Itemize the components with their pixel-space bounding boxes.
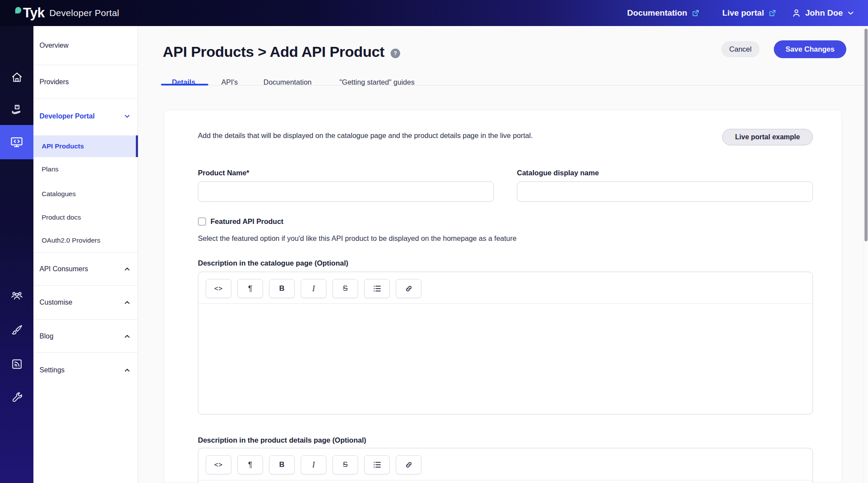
live-portal-link-label: Live portal bbox=[722, 8, 764, 18]
featured-help-text: Select the featured option if you'd like… bbox=[198, 234, 516, 243]
italic-button[interactable]: I bbox=[301, 455, 326, 474]
live-portal-example-button[interactable]: Live portal example bbox=[722, 129, 813, 145]
rail-blog-icon[interactable] bbox=[7, 354, 26, 374]
paragraph-button[interactable]: ¶ bbox=[237, 455, 263, 474]
chevron-up-icon bbox=[123, 299, 131, 306]
sidebar-item-label: Catalogues bbox=[42, 190, 76, 198]
cancel-button[interactable]: Cancel bbox=[721, 41, 760, 57]
sidebar-item-label: Blog bbox=[39, 332, 53, 340]
description-details-label: Description in the product details page … bbox=[198, 436, 366, 444]
details-description-editor: <> ¶ B I S bbox=[198, 448, 813, 483]
sidebar-item-label: OAuth2.0 Providers bbox=[42, 237, 100, 244]
sidebar-item-plans[interactable]: Plans bbox=[33, 157, 138, 181]
chevron-down-icon bbox=[123, 112, 131, 120]
chevron-up-icon bbox=[123, 332, 131, 340]
user-icon bbox=[791, 8, 802, 18]
tab-getting-started-guides[interactable]: "Getting started" guides bbox=[339, 78, 414, 86]
sidebar-item-providers[interactable]: Providers bbox=[33, 65, 138, 99]
sidebar-item-developer-portal[interactable]: Developer Portal bbox=[33, 99, 138, 133]
sidebar-item-label: Overview bbox=[39, 42, 69, 49]
bullet-list-button[interactable] bbox=[364, 279, 390, 298]
editor-toolbar: <> ¶ B I S bbox=[206, 455, 421, 474]
catalogue-description-textarea[interactable] bbox=[198, 304, 812, 414]
rail-providers-icon[interactable] bbox=[7, 100, 26, 119]
sidebar-item-api-consumers[interactable]: API Consumers bbox=[33, 253, 138, 286]
rail-settings-icon[interactable] bbox=[7, 388, 26, 407]
sidebar-item-label: Providers bbox=[39, 78, 69, 86]
details-form-card: Add the details that will be displayed o… bbox=[164, 110, 842, 483]
catalogue-display-name-label: Catalogue display name bbox=[517, 169, 599, 177]
external-link-icon bbox=[767, 8, 777, 18]
rail-customise-icon[interactable] bbox=[7, 320, 26, 340]
page-title: API Products > Add API Product bbox=[163, 43, 385, 60]
documentation-link[interactable]: Documentation bbox=[627, 8, 700, 18]
brand-name: Tyk bbox=[23, 5, 45, 21]
link-icon bbox=[404, 284, 414, 293]
sidebar-item-oauth2-providers[interactable]: OAuth2.0 Providers bbox=[33, 229, 138, 253]
rail-home-icon[interactable] bbox=[7, 67, 26, 87]
icon-rail bbox=[0, 26, 33, 483]
sidebar-item-label: Settings bbox=[39, 366, 65, 374]
app-window: Tyk Developer Portal Documentation Live … bbox=[0, 0, 868, 483]
sidebar-item-customise[interactable]: Customise bbox=[33, 286, 138, 320]
topbar-nav: Documentation Live portal John Doe bbox=[627, 0, 855, 26]
sidebar-item-product-docs[interactable]: Product docs bbox=[33, 206, 138, 229]
brand-logo[interactable]: Tyk Developer Portal bbox=[15, 0, 119, 26]
rail-api-consumers-icon[interactable] bbox=[7, 286, 26, 305]
sidebar-item-api-products[interactable]: API Products bbox=[33, 135, 138, 157]
product-name-label: Product Name* bbox=[198, 169, 249, 177]
product-name-input[interactable] bbox=[198, 181, 494, 202]
active-item-indicator bbox=[136, 135, 138, 157]
link-button[interactable] bbox=[396, 279, 421, 298]
help-icon[interactable]: ? bbox=[391, 49, 400, 58]
sidebar-item-catalogues[interactable]: Catalogues bbox=[33, 181, 138, 206]
link-icon bbox=[404, 460, 414, 470]
page-header: API Products > Add API Product ? bbox=[163, 43, 400, 60]
sidebar-item-blog[interactable]: Blog bbox=[33, 320, 138, 353]
sidebar-item-label: Plans bbox=[42, 165, 59, 173]
sidebar-item-overview[interactable]: Overview bbox=[33, 26, 138, 65]
toolbar-divider bbox=[198, 480, 812, 480]
tab-apis[interactable]: API's bbox=[221, 78, 238, 86]
chevron-up-icon bbox=[123, 366, 131, 374]
strikethrough-button[interactable]: S bbox=[332, 455, 358, 474]
form-intro-text: Add the details that will be displayed o… bbox=[198, 131, 615, 140]
bullet-list-button[interactable] bbox=[364, 455, 390, 474]
sidebar-item-label: API Products bbox=[42, 142, 84, 150]
bold-button[interactable]: B bbox=[269, 279, 295, 298]
catalogue-description-editor: <> ¶ B I S bbox=[198, 272, 813, 414]
bullet-list-icon bbox=[372, 460, 382, 470]
user-name: John Doe bbox=[805, 8, 843, 18]
editor-toolbar: <> ¶ B I S bbox=[206, 279, 421, 298]
sidebar-item-label: Product docs bbox=[42, 214, 81, 221]
tab-documentation[interactable]: Documentation bbox=[263, 78, 312, 86]
sidebar-item-label: API Consumers bbox=[39, 265, 88, 273]
live-portal-link[interactable]: Live portal bbox=[722, 8, 777, 18]
code-view-button[interactable]: <> bbox=[206, 279, 231, 298]
scrollbar-thumb[interactable] bbox=[865, 29, 868, 241]
link-button[interactable] bbox=[396, 455, 421, 474]
sidebar-item-settings[interactable]: Settings bbox=[33, 353, 138, 388]
external-link-icon bbox=[690, 8, 700, 18]
sidebar: Overview Providers Developer Portal API … bbox=[33, 26, 138, 483]
documentation-link-label: Documentation bbox=[627, 8, 687, 18]
rail-developer-portal-icon[interactable] bbox=[0, 125, 33, 159]
bold-button[interactable]: B bbox=[269, 455, 295, 474]
chevron-up-icon bbox=[123, 265, 131, 273]
sidebar-item-label: Developer Portal bbox=[39, 112, 95, 120]
tyk-leaf-icon bbox=[15, 7, 21, 13]
italic-button[interactable]: I bbox=[301, 279, 326, 298]
featured-api-product-label: Featured API Product bbox=[210, 217, 283, 226]
catalogue-display-name-input[interactable] bbox=[517, 181, 813, 202]
featured-api-product-checkbox[interactable] bbox=[198, 217, 206, 226]
save-changes-button[interactable]: Save Changes bbox=[774, 40, 846, 58]
page-scrollbar bbox=[864, 26, 868, 483]
user-menu[interactable]: John Doe bbox=[791, 8, 855, 18]
strikethrough-button[interactable]: S bbox=[332, 279, 358, 298]
sidebar-item-label: Customise bbox=[39, 299, 72, 306]
code-view-button[interactable]: <> bbox=[206, 455, 231, 474]
bullet-list-icon bbox=[372, 284, 382, 293]
chevron-down-icon bbox=[846, 9, 855, 17]
paragraph-button[interactable]: ¶ bbox=[237, 279, 263, 298]
active-tab-indicator bbox=[161, 84, 208, 85]
